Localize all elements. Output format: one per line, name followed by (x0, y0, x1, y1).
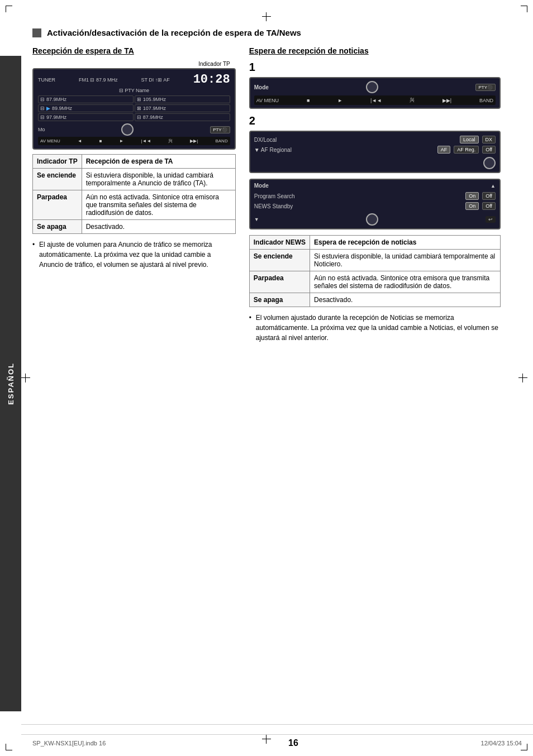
sidebar: ESPAÑOL (0, 56, 21, 711)
tuner-pty-name: ⊟ PTY Name (38, 88, 230, 93)
corner-mark-bl (6, 744, 12, 750)
table-cell-indicator-2: Parpadea (33, 190, 82, 220)
news-standby-options: On Off (465, 202, 496, 210)
footer-filename: SP_KW-NSX1[EU].indb 16 (32, 740, 106, 747)
nav-back: ◄ (78, 138, 82, 143)
left-note: El ajuste de volumen para Anuncio de trá… (32, 240, 236, 270)
step1-nav-info: 兴 (410, 97, 415, 104)
step1-nav-prev: |◄◄ (370, 98, 382, 103)
step2-mode-top: Mode ▲ (254, 183, 496, 189)
right-note: El volumen ajustado durante la recepción… (249, 313, 501, 343)
main-content: Activación/desactivación de la recepción… (21, 0, 533, 354)
corner-mark-tr (521, 6, 527, 12)
tuner-top-bar: TUNER FM1 ⊟ 87.9 MHz ST DI ↑⊞ AF 10:28 (38, 73, 230, 87)
nav-av-menu: AV MENU (40, 138, 60, 143)
table-header-col1: Indicador TP (33, 155, 82, 169)
af-btn[interactable]: AF (437, 146, 451, 154)
right-table-cell-desc-3: Desactivado. (310, 293, 501, 307)
tuner-pty-btn: PTY⚫ (210, 126, 230, 133)
tuner-grid: ⊟87.9MHz ⊞105.9MHz ⊟▶89.9MHz ⊠107.9MHz ⊟… (38, 95, 230, 121)
left-subsection-title: Recepción de espera de TA (32, 46, 236, 55)
tuner-cell-4: ⊠107.9MHz (135, 104, 230, 112)
tuner-screen: TUNER FM1 ⊟ 87.9 MHz ST DI ↑⊞ AF 10:28 ⊟… (32, 68, 236, 150)
right-table-cell-desc-2: Aún no está activada. Sintonice otra emi… (310, 271, 501, 293)
step2-screen2-bottom: ▼ ↩ (254, 213, 496, 226)
step2-screen1-row1: DX/Local Local DX (254, 135, 496, 145)
nav-next: ▶▶| (190, 138, 198, 143)
step1-mode-label: Mode (254, 84, 269, 90)
step-1-number: 1 (249, 61, 501, 74)
tuner-freq: FM1 ⊟ 87.9 MHz (79, 77, 118, 83)
step2-touch-cursor (483, 157, 496, 169)
news-standby-on[interactable]: On (465, 202, 479, 210)
nav-forward: ► (120, 138, 124, 143)
step1-nav-avmenu: AV MENU (256, 98, 279, 103)
step1-touch-cursor (366, 81, 378, 93)
right-table-row-3: Se apaga Desactivado. (249, 293, 500, 307)
step-2-number: 2 (249, 114, 501, 127)
table-cell-desc-2: Aún no está activada. Sintonice otra emi… (82, 190, 235, 220)
tuner-cell-3: ⊟▶89.9MHz (38, 104, 134, 112)
step2-back-btn[interactable]: ↩ (486, 216, 496, 223)
step2-screen2-row1: Program Search On Off (254, 191, 496, 201)
right-table-header-col2: Espera de recepción de noticias (310, 236, 501, 250)
table-cell-indicator-3: Se apaga (33, 220, 82, 234)
right-table-cell-indicator-1: Se enciende (249, 250, 310, 271)
table-row-1: Se enciende Si estuviera disponible, la … (33, 169, 236, 190)
local-btn[interactable]: Local (460, 136, 479, 143)
footer-divider (21, 724, 533, 725)
tuner-cell-2: ⊞105.9MHz (135, 95, 230, 103)
right-column: Espera de recepción de noticias 1 Mode P… (249, 46, 501, 343)
table-cell-desc-3: Desactivado. (82, 220, 235, 234)
right-table-cell-desc-1: Si estuviera disponible, la unidad cambi… (310, 250, 501, 271)
two-column-layout: Recepción de espera de TA Indicador TP ↓… (32, 46, 516, 343)
tuner-mode-row: Mo PTY⚫ (38, 123, 230, 136)
corner-mark-tl (6, 6, 12, 12)
step1-top-row: Mode PTY⚫ (254, 81, 496, 93)
indicator-tp-label: Indicador TP (32, 61, 236, 67)
off-btn-1[interactable]: Off (482, 146, 496, 154)
step2-down-arrow: ▼ (254, 217, 259, 222)
tuner-bottom-bar: AV MENU ◄ ■ ► |◄◄ 兴 ▶▶| BAND (38, 137, 230, 145)
table-cell-desc-1: Si estuviera disponible, la unidad cambi… (82, 169, 235, 190)
right-subsection-title: Espera de recepción de noticias (249, 46, 501, 55)
afreg-btn[interactable]: AF Reg. (454, 146, 479, 154)
table-cell-indicator-1: Se enciende (33, 169, 82, 190)
program-search-label: Program Search (254, 193, 295, 199)
section-title-area: Activación/desactivación de la recepción… (32, 28, 516, 37)
step2-up-arrow: ▲ (491, 183, 496, 189)
program-search-on[interactable]: On (465, 192, 479, 200)
tuner-brand: TUNER (38, 77, 55, 83)
step1-pty-btn: PTY⚫ (475, 84, 496, 91)
nav-info: 兴 (168, 138, 173, 144)
step2-screen1-row2: ▼ AF Regional AF AF Reg. Off (254, 145, 496, 155)
tuner-status: ST DI ↑⊞ AF (141, 77, 169, 83)
tuner-mode-label: Mo (38, 127, 45, 132)
step1-nav-row: AV MENU ■ ► |◄◄ 兴 ▶▶| BAND (254, 95, 496, 105)
crosshair-top (262, 12, 271, 21)
touch-cursor-left (121, 123, 134, 136)
news-standby-label: NEWS Standby (254, 203, 293, 209)
step2-screen2: Mode ▲ Program Search On Off NEWS Standb… (249, 179, 501, 229)
dxlocal-options: Local DX (460, 136, 496, 143)
table-row-2: Parpadea Aún no está activada. Sintonice… (33, 190, 236, 220)
page-footer: SP_KW-NSX1[EU].indb 16 16 12/04/23 15:04 (21, 734, 533, 748)
right-table-row-1: Se enciende Si estuviera disponible, la … (249, 250, 500, 271)
step1-nav-next: ▶▶| (442, 98, 451, 103)
dx-btn[interactable]: DX (482, 136, 496, 143)
tuner-cell-1: ⊟87.9MHz (38, 95, 134, 103)
program-search-off[interactable]: Off (482, 192, 496, 200)
table-row-3: Se apaga Desactivado. (33, 220, 236, 234)
program-search-options: On Off (465, 192, 496, 200)
section-title-icon (32, 28, 41, 37)
sidebar-label: ESPAÑOL (7, 362, 15, 405)
step1-nav-fwd: ► (337, 98, 342, 103)
nav-stop: ■ (99, 138, 102, 143)
step1-nav-band: BAND (479, 98, 493, 103)
afregional-arrow: ▼ (254, 147, 260, 153)
step2-mode-label: Mode (254, 183, 269, 189)
right-table-cell-indicator-3: Se apaga (249, 293, 310, 307)
step2-screen2-row2: NEWS Standby On Off (254, 201, 496, 211)
news-standby-off[interactable]: Off (482, 202, 496, 210)
step2-screen1: DX/Local Local DX ▼ AF Regional AF AF Re… (249, 131, 501, 173)
